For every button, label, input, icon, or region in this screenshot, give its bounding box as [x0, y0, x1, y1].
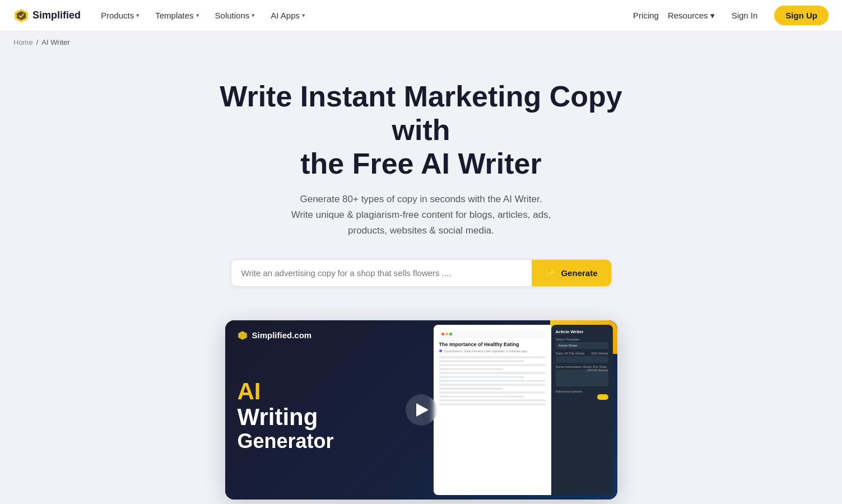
nav-pricing[interactable]: Pricing [633, 11, 659, 20]
panel-advanced-label: Advanced options [556, 390, 608, 393]
panel-template-label: Select Template [556, 338, 608, 341]
nav-resources[interactable]: Resources ▾ [668, 11, 715, 21]
panel-title: Article Writer [556, 329, 608, 334]
toolbar-dot-green [449, 333, 452, 335]
signin-button[interactable]: Sign In [724, 6, 766, 25]
hero-title: Write Instant Marketing Copy with the Fr… [203, 80, 640, 180]
panel-info-textarea [556, 370, 608, 386]
doc-toolbar [439, 330, 546, 338]
panel-info-label: Some Information About The Topic 29/240 … [556, 365, 608, 368]
chevron-down-icon: ▾ [710, 11, 715, 21]
video-generator-label: Generator [238, 430, 441, 452]
nav-templates[interactable]: Templates ▾ [148, 6, 206, 25]
chevron-down-icon: ▾ [196, 12, 199, 19]
logo-icon [13, 8, 29, 24]
video-branding: Simplified.com [238, 330, 312, 340]
doc-line [439, 380, 546, 382]
breadcrumb-home[interactable]: Home [13, 38, 33, 46]
doc-line [439, 360, 524, 362]
doc-line [439, 356, 546, 358]
doc-line [439, 403, 546, 405]
chevron-down-icon: ▾ [302, 12, 305, 19]
hero-section: Write Instant Marketing Copy with the Fr… [0, 46, 842, 309]
chevron-down-icon: ▾ [136, 12, 139, 19]
video-section: Simplified.com 1651 / 250000 words used … [0, 309, 842, 500]
doc-title: The Importance of Healthy Eating [439, 342, 546, 347]
panel-topic-label: Topic Of The Article 4/20 Words [556, 352, 608, 355]
brand-logo[interactable]: Simplified [13, 8, 81, 24]
doc-line [439, 399, 546, 402]
nav-ai-apps[interactable]: AI Apps ▾ [264, 6, 312, 25]
mockup-panel: Article Writer Select Template Article W… [551, 325, 613, 495]
video-mockup: The Importance of Healthy Eating Contrib… [429, 320, 617, 500]
doc-line [439, 384, 546, 386]
doc-line [439, 372, 546, 374]
video-container: Simplified.com 1651 / 250000 words used … [225, 320, 617, 500]
doc-line [439, 368, 503, 370]
signup-button[interactable]: Sign Up [774, 6, 829, 25]
navbar: Simplified Products ▾ Templates ▾ Soluti… [0, 0, 842, 31]
doc-line [439, 364, 546, 366]
hero-description: Generate 80+ types of copy in seconds wi… [291, 192, 551, 239]
doc-line [439, 391, 546, 394]
svg-marker-2 [238, 331, 246, 339]
search-input[interactable] [231, 260, 532, 286]
panel-template-select: Article Writer [556, 342, 608, 349]
mockup-document: The Importance of Healthy Eating Contrib… [434, 325, 551, 495]
video-background: Simplified.com 1651 / 250000 words used … [225, 320, 617, 500]
generate-icon: ✨ [545, 268, 556, 278]
toggle-pill [597, 394, 608, 400]
brand-name: Simplified [32, 10, 81, 21]
play-icon [416, 403, 429, 417]
nav-links: Products ▾ Templates ▾ Solutions ▾ AI Ap… [94, 6, 633, 25]
chevron-down-icon: ▾ [252, 12, 255, 19]
doc-meta: Contributors: Vale Ferreira Last Updated… [439, 349, 546, 353]
play-button[interactable] [406, 394, 437, 426]
nav-solutions[interactable]: Solutions ▾ [208, 6, 262, 25]
search-bar: ✨ Generate [231, 259, 612, 287]
doc-line [439, 376, 524, 378]
toolbar-dot-yellow [445, 333, 448, 335]
nav-right: Pricing Resources ▾ Sign In Sign Up [633, 6, 829, 25]
panel-toggle [556, 394, 608, 400]
panel-topic-input [556, 356, 608, 363]
generate-button[interactable]: ✨ Generate [532, 260, 611, 286]
doc-line [439, 395, 524, 398]
breadcrumb-current: AI Writer [41, 38, 69, 46]
doc-line [439, 388, 503, 390]
breadcrumb: Home / AI Writer [0, 31, 842, 46]
nav-products[interactable]: Products ▾ [94, 6, 146, 25]
video-logo-icon [238, 330, 248, 340]
toolbar-dot-red [441, 333, 444, 335]
breadcrumb-separator: / [36, 38, 39, 46]
